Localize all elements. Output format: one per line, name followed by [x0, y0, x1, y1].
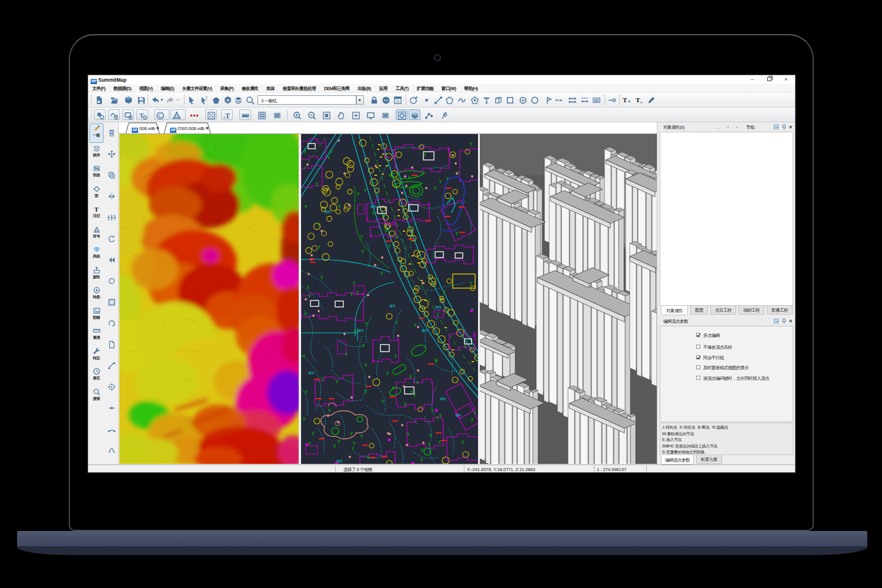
svg-text:铺砖: 铺砖: [370, 205, 377, 208]
svg-text:T: T: [623, 96, 627, 103]
svg-text:铺砖: 铺砖: [336, 459, 343, 463]
svg-text:铺砖: 铺砖: [308, 371, 315, 375]
svg-text:铺砖: 铺砖: [389, 304, 396, 308]
svg-text:铺砖: 铺砖: [325, 210, 332, 213]
svg-text:铺砖: 铺砖: [455, 413, 462, 417]
svg-text:铺砖: 铺砖: [358, 329, 365, 332]
svg-text:A: A: [396, 98, 400, 104]
svg-text:C: C: [158, 112, 162, 118]
svg-text:铺砖: 铺砖: [435, 305, 442, 309]
svg-text:2: 2: [205, 96, 208, 100]
svg-text:.T: .T: [223, 112, 230, 120]
svg-text:铺砖: 铺砖: [422, 329, 429, 332]
svg-text:s: s: [640, 100, 642, 104]
svg-text:铺砖: 铺砖: [440, 397, 447, 400]
svg-text:T: T: [636, 96, 640, 103]
svg-text:T: T: [94, 206, 98, 213]
